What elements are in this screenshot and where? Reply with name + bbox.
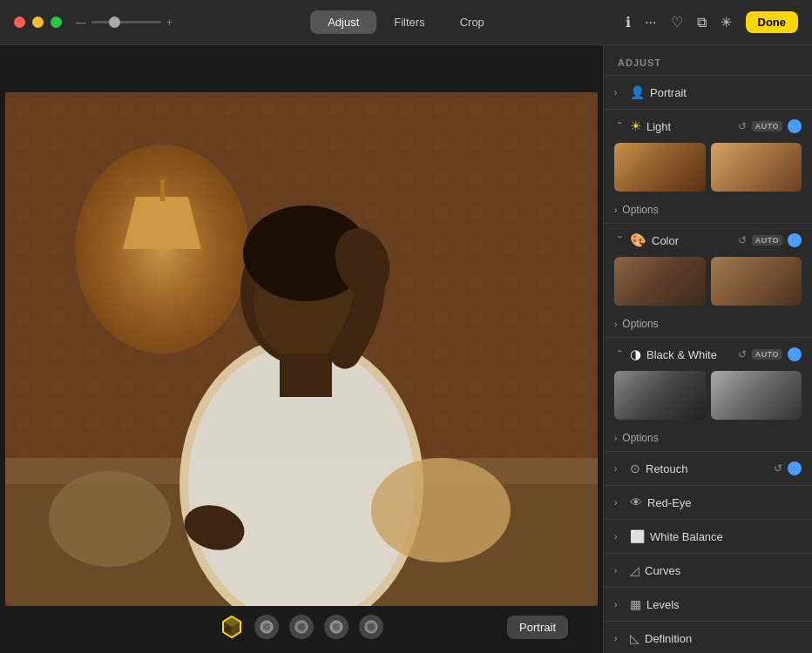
bottom-toolbar: Portrait (0, 615, 603, 639)
svg-point-17 (371, 458, 511, 562)
light-thumb-2[interactable] (711, 143, 802, 192)
light-options-row[interactable]: › Options (604, 200, 812, 223)
color-header[interactable]: › 🎨 Color ↺ AUTO (604, 224, 812, 257)
adjust-retouch[interactable]: › ⊙ Retouch ↺ (604, 452, 812, 486)
bw-thumb-1[interactable] (614, 371, 706, 420)
photo-container (5, 92, 598, 606)
redeye-chevron: › (614, 498, 625, 508)
light-actions: ↺ AUTO (738, 119, 802, 133)
redeye-label: Red-Eye (647, 496, 802, 509)
tab-adjust[interactable]: Adjust (310, 10, 376, 34)
magic-button[interactable]: ✳ (721, 14, 732, 30)
retouch-reset-icon[interactable]: ↺ (774, 462, 782, 475)
bw-header[interactable]: › ◑ Black & White ↺ AUTO (604, 338, 812, 371)
done-button[interactable]: Done (746, 11, 799, 33)
right-panel: ADJUST › 👤 Portrait › ☀ Light ↺ AUTO (603, 45, 812, 653)
color-thumb-2[interactable] (711, 257, 802, 306)
svg-marker-5 (123, 197, 201, 249)
definition-chevron: › (614, 634, 625, 643)
close-button[interactable] (14, 17, 25, 28)
heart-button[interactable]: ♡ (671, 14, 683, 30)
adjust-redeye[interactable]: › 👁 Red-Eye (604, 486, 812, 520)
more-button[interactable]: ··· (645, 15, 656, 30)
light-chevron: › (615, 121, 625, 131)
light-thumbnails (604, 143, 812, 200)
light-reset-icon[interactable]: ↺ (738, 120, 747, 132)
info-button[interactable]: ℹ (626, 14, 631, 30)
redeye-icon: 👁 (630, 495, 642, 509)
zoom-in-icon: + (166, 17, 173, 29)
zoom-slider[interactable]: — + (76, 17, 173, 29)
tab-filters[interactable]: Filters (376, 10, 442, 34)
light-options-label: Options (622, 204, 658, 216)
light-sun-icon: ☀ (630, 118, 641, 134)
color-thumb-1[interactable] (614, 257, 706, 306)
cube-icon (220, 615, 244, 639)
bw-options-row[interactable]: › Options (604, 428, 812, 451)
color-toggle[interactable] (788, 233, 802, 247)
tab-crop[interactable]: Crop (443, 10, 502, 34)
bw-thumb-2[interactable] (711, 371, 802, 420)
adjust-whitebalance[interactable]: › ⬜ White Balance (604, 520, 812, 554)
bw-options-label: Options (622, 432, 658, 444)
hex-icon-button[interactable] (220, 615, 244, 639)
wb-chevron: › (614, 532, 625, 542)
photo-area: Portrait (0, 45, 603, 653)
main-area: Portrait ADJUST › 👤 Portrait › ☀ Light ↺… (0, 45, 812, 653)
color-reset-icon[interactable]: ↺ (738, 234, 747, 246)
svg-point-18 (49, 471, 171, 567)
bw-thumbnails (604, 371, 812, 428)
color-options-row[interactable]: › Options (604, 314, 812, 337)
light-header[interactable]: › ☀ Light ↺ AUTO (604, 110, 812, 143)
slider-track (91, 21, 161, 24)
adjust-bw: › ◑ Black & White ↺ AUTO › Options (604, 338, 812, 452)
portrait-icon: 👤 (630, 85, 645, 99)
bw-toggle[interactable] (788, 347, 802, 361)
circle-btn-3[interactable] (324, 615, 348, 639)
circle-btn-1[interactable] (254, 615, 279, 639)
bw-icon: ◑ (630, 347, 641, 362)
fullscreen-button[interactable] (51, 17, 62, 28)
adjust-light: › ☀ Light ↺ AUTO › Options (604, 110, 812, 224)
adjust-curves[interactable]: › ◿ Curves (604, 554, 812, 588)
bw-options-chevron: › (614, 434, 617, 443)
svg-point-24 (263, 623, 270, 630)
bw-actions: ↺ AUTO (738, 347, 802, 361)
title-bar: — + Adjust Filters Crop ℹ ··· ♡ ⧉ ✳ Done (0, 0, 812, 45)
crop-button[interactable]: ⧉ (697, 15, 707, 30)
definition-label: Definition (645, 632, 802, 645)
adjust-definition[interactable]: › ◺ Definition (604, 622, 812, 653)
retouch-actions: ↺ (774, 461, 802, 475)
circle-btn-4[interactable] (359, 615, 383, 639)
adjust-color: › 🎨 Color ↺ AUTO › Options (604, 224, 812, 338)
circle-btn-2[interactable] (289, 615, 314, 639)
bw-reset-icon[interactable]: ↺ (738, 348, 747, 360)
retouch-icon: ⊙ (630, 461, 640, 475)
traffic-lights (14, 17, 62, 28)
levels-icon: ▦ (630, 597, 641, 611)
levels-chevron: › (614, 600, 625, 609)
color-actions: ↺ AUTO (738, 233, 802, 247)
bottom-icons (220, 615, 383, 639)
light-auto-badge[interactable]: AUTO (752, 121, 782, 131)
zoom-out-icon: — (76, 17, 86, 29)
color-options-chevron: › (614, 320, 617, 329)
retouch-toggle[interactable] (788, 461, 802, 475)
adjust-portrait[interactable]: › 👤 Portrait (604, 76, 812, 110)
slider-thumb (109, 17, 120, 28)
color-auto-badge[interactable]: AUTO (752, 235, 782, 246)
svg-point-26 (298, 623, 305, 630)
svg-rect-6 (160, 179, 165, 201)
portrait-chevron: › (614, 88, 625, 98)
minimize-button[interactable] (32, 17, 44, 28)
definition-icon: ◺ (630, 631, 639, 645)
circle-icon-4 (363, 619, 379, 635)
nav-tabs: Adjust Filters Crop (310, 10, 502, 34)
portrait-badge[interactable]: Portrait (507, 616, 568, 639)
adjust-levels[interactable]: › ▦ Levels (604, 588, 812, 622)
light-thumb-1[interactable] (614, 143, 706, 192)
light-toggle[interactable] (788, 119, 802, 133)
bw-auto-badge[interactable]: AUTO (752, 349, 782, 360)
wb-label: White Balance (650, 530, 802, 543)
light-options-chevron: › (614, 205, 617, 215)
